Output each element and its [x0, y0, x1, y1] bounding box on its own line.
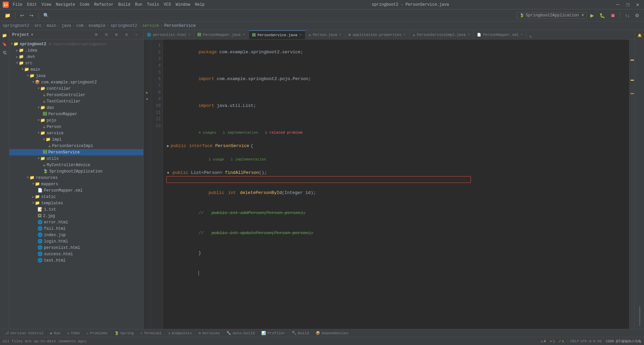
warning-count[interactable]: ⚠ 4: [539, 339, 547, 343]
tab-person[interactable]: ☕ Person.java ×: [306, 30, 345, 39]
tree-person[interactable]: ☕ Person: [9, 124, 143, 130]
menu-code[interactable]: Code: [78, 2, 92, 8]
menu-window[interactable]: Window: [174, 2, 192, 8]
tree-main[interactable]: ▼ 📁 main: [9, 66, 143, 73]
breadcrumb-springboot2[interactable]: springboot2: [111, 23, 137, 28]
tab-close-xml[interactable]: ×: [521, 32, 523, 37]
menu-file[interactable]: File: [11, 2, 24, 8]
tree-mappers-folder[interactable]: ▼ 📁 mappers: [9, 181, 143, 187]
project-tool-expand[interactable]: ⊞: [112, 31, 120, 39]
tool-notifications[interactable]: 🔔: [636, 31, 644, 40]
breadcrumb-example[interactable]: example: [89, 23, 105, 28]
maximize-button[interactable]: ❐: [624, 1, 632, 9]
error-count[interactable]: ✕ 1: [548, 339, 556, 343]
breadcrumb-main[interactable]: main: [47, 23, 56, 28]
breadcrumb-src[interactable]: src: [34, 23, 42, 28]
toolbar-project-btn[interactable]: 📁: [3, 11, 12, 19]
bottom-tab-dependencies[interactable]: 📦 Dependencies: [312, 329, 352, 337]
tab-personmapper[interactable]: 🅸 PersonMapper.java ×: [194, 30, 249, 39]
tree-dao-folder[interactable]: ▼ 📁 dao: [9, 105, 143, 111]
tree-1txt[interactable]: 📝 1.txt: [9, 206, 143, 213]
tab-close-personmapper[interactable]: ×: [243, 32, 245, 37]
project-tool-settings[interactable]: ⚙: [122, 31, 130, 39]
tool-project[interactable]: 📁: [1, 31, 9, 40]
breadcrumb-service[interactable]: service: [142, 23, 159, 28]
menu-edit[interactable]: Edit: [25, 2, 39, 8]
tree-utils-folder[interactable]: ▼ 📁 utils: [9, 155, 143, 162]
tree-personservice[interactable]: 🅸 PersonService: [9, 149, 143, 155]
bottom-tab-build[interactable]: 🔨 Build: [288, 329, 312, 337]
code-view[interactable]: ▶ ● 1 2 3 4 5 6 7 8 9 10 11 12 1: [144, 40, 635, 329]
project-dropdown[interactable]: ▼: [31, 33, 33, 37]
tree-idea[interactable]: ▶ 📁 .idea: [9, 47, 143, 54]
bottom-tab-profiler[interactable]: 📊 Profiler: [258, 329, 288, 337]
project-tool-collapse[interactable]: ⊟: [102, 31, 110, 39]
toolbar-git[interactable]: ↑↓: [623, 11, 632, 19]
toolbar-search[interactable]: 🔍: [41, 11, 51, 19]
tree-index-jsp[interactable]: 🌐 index.jsp: [9, 232, 143, 238]
menu-refactor[interactable]: Refactor: [92, 2, 116, 8]
tab-close-personlist[interactable]: ×: [188, 32, 191, 37]
menu-help[interactable]: Help: [193, 2, 207, 8]
file-tree[interactable]: ▼ 📁 springboot2 D:\Users\Admin\springboo…: [9, 40, 143, 329]
tree-mvn[interactable]: ▶ 📁 .mvn: [9, 54, 143, 60]
tree-java[interactable]: ▼ 📁 java: [9, 73, 143, 79]
tab-personmapper-xml[interactable]: 📄 PersonMapper.xml ×: [474, 30, 527, 39]
tree-testctr[interactable]: ☕ TestController: [9, 98, 143, 105]
toolbar-settings[interactable]: ⚙: [633, 11, 641, 19]
tool-structure[interactable]: 🏗: [1, 49, 9, 57]
tree-controller-folder[interactable]: ▼ 📁 controller: [9, 85, 143, 92]
tree-com-example[interactable]: ▼ 📦 com.example.springboot2: [9, 79, 143, 85]
menu-build[interactable]: Build: [116, 2, 132, 8]
run-button[interactable]: ▶: [588, 11, 596, 19]
menu-run[interactable]: Run: [133, 2, 144, 8]
bottom-tab-autobuild[interactable]: 🔧 Auto-build: [223, 329, 258, 337]
tab-close-personservice[interactable]: ×: [299, 33, 302, 38]
bottom-tab-spring[interactable]: 🍃 Spring: [111, 329, 137, 337]
tree-personserviceimpl[interactable]: ☕ PersonServiceImpl: [9, 143, 143, 149]
bottom-tab-problems[interactable]: ⚠ Problems: [83, 329, 111, 337]
tab-personlist[interactable]: 🌐 personlist.html ×: [144, 30, 194, 39]
tree-src[interactable]: ▼ 📁 src: [9, 60, 143, 66]
tree-test-html[interactable]: 🌐 test.html: [9, 257, 143, 264]
run-config-dropdown[interactable]: 🍃 Springboot2Application ▼: [517, 12, 587, 19]
ok-count[interactable]: ✓ 1: [557, 339, 565, 343]
encoding-indicator[interactable]: UTF-8: [581, 339, 592, 343]
bottom-tab-services[interactable]: ⚙ Services: [195, 329, 223, 337]
tree-static-folder[interactable]: ▶ 📁 static: [9, 194, 143, 200]
tree-root[interactable]: ▼ 📁 springboot2 D:\Users\Admin\springboo…: [9, 41, 143, 47]
breadcrumb-com[interactable]: com: [76, 23, 84, 28]
bottom-tab-version-control[interactable]: ⎇ Version Control: [1, 329, 47, 337]
tree-error-html[interactable]: 🌐 error.html: [9, 219, 143, 225]
tab-overflow[interactable]: »: [527, 34, 534, 39]
crlf-indicator[interactable]: CRLF: [570, 339, 579, 343]
bottom-tab-run[interactable]: ▶ Run: [47, 329, 64, 337]
tree-personmapper-xml[interactable]: 📄 PersonMapper.xml: [9, 187, 143, 194]
menu-vcs[interactable]: VCS: [162, 2, 173, 8]
menu-view[interactable]: View: [40, 2, 53, 8]
tree-service-folder[interactable]: ▼ 📁 service: [9, 130, 143, 136]
tree-pojo-folder[interactable]: ▼ 📁 pojo: [9, 117, 143, 124]
bottom-tab-todo[interactable]: ☑ TODO: [64, 329, 83, 337]
bottom-tab-endpoints[interactable]: ⚓ Endpoints: [165, 329, 195, 337]
tree-mycontrolleradvice[interactable]: ☕ MyControllerAdvice: [9, 162, 143, 168]
tab-close-person[interactable]: ×: [339, 32, 341, 37]
debug-button[interactable]: 🐛: [597, 11, 607, 19]
toolbar-redo[interactable]: ↪: [28, 11, 36, 19]
breadcrumb-java[interactable]: java: [61, 23, 71, 28]
breadcrumb-personservice[interactable]: PersonService: [164, 23, 196, 28]
tree-springbootapp[interactable]: 🍃 Springboot2Application: [9, 168, 143, 175]
tree-resources-folder[interactable]: ▼ 📁 resources: [9, 175, 143, 181]
tree-personlist-html[interactable]: 🌐 personlist.html: [9, 245, 143, 251]
code-editor[interactable]: package com.example.springboot2.service;…: [163, 40, 629, 329]
tab-close-application[interactable]: ×: [404, 32, 406, 37]
menu-tools[interactable]: Tools: [145, 2, 161, 8]
menu-navigate[interactable]: Navigate: [54, 2, 77, 8]
tree-impl-folder[interactable]: ▼ 📁 impl: [9, 136, 143, 143]
tree-personctr[interactable]: ☕ PersonController: [9, 92, 143, 98]
breadcrumb-project[interactable]: springboot2: [3, 23, 29, 28]
tree-login-html[interactable]: 🌐 login.html: [9, 238, 143, 245]
tree-fail-html[interactable]: 🌐 fail.html: [9, 225, 143, 232]
tree-2jpg[interactable]: 🖼 2.jpg: [9, 213, 143, 219]
minimize-button[interactable]: —: [614, 1, 622, 8]
